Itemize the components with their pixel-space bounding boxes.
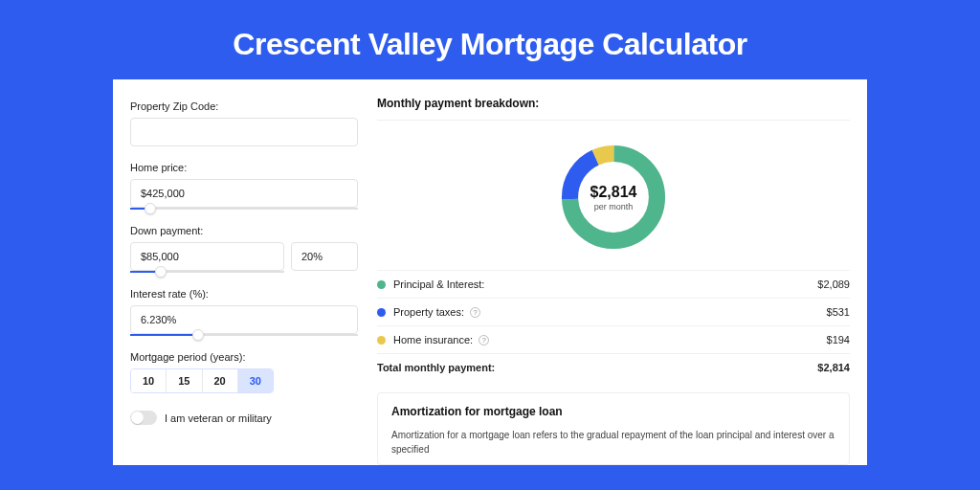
tax-label: Property taxes:	[393, 306, 464, 318]
dot-pi-icon	[377, 280, 386, 289]
input-column: Property Zip Code: Home price: Down paym…	[130, 97, 358, 465]
result-column: Monthly payment breakdown: $2,814 per mo…	[377, 97, 850, 465]
donut-sub: per month	[590, 202, 637, 212]
row-home-insurance: Home insurance: ? $194	[377, 325, 850, 353]
donut-chart-wrap: $2,814 per month	[377, 132, 850, 270]
help-icon[interactable]: ?	[479, 335, 489, 345]
dot-tax-icon	[377, 308, 386, 317]
home-price-input[interactable]	[130, 179, 358, 208]
donut-center: $2,814 per month	[590, 184, 637, 212]
down-payment-amount-input[interactable]	[130, 242, 284, 271]
row-principal-interest: Principal & Interest: $2,089	[377, 270, 850, 298]
veteran-toggle[interactable]	[130, 411, 157, 425]
down-payment-slider[interactable]	[130, 271, 284, 273]
home-price-label: Home price:	[130, 162, 358, 173]
row-total: Total monthly payment: $2,814	[377, 353, 850, 381]
interest-rate-slider[interactable]	[130, 334, 358, 336]
interest-rate-slider-fill	[130, 334, 198, 336]
total-value: $2,814	[817, 362, 850, 373]
veteran-toggle-knob	[131, 412, 144, 424]
pi-label: Principal & Interest:	[393, 278, 817, 290]
amort-body: Amortization for a mortgage loan refers …	[391, 428, 835, 457]
row-property-taxes: Property taxes: ? $531	[377, 298, 850, 325]
interest-rate-slider-thumb[interactable]	[192, 329, 204, 341]
home-price-slider-thumb[interactable]	[145, 203, 156, 214]
period-option-30[interactable]: 30	[237, 369, 273, 392]
veteran-toggle-label: I am veteran or military	[165, 412, 272, 424]
calculator-panel: Property Zip Code: Home price: Down paym…	[113, 79, 867, 465]
page-title: Crescent Valley Mortgage Calculator	[0, 0, 980, 79]
donut-chart: $2,814 per month	[556, 140, 671, 255]
ins-value: $194	[827, 334, 850, 345]
dot-ins-icon	[377, 336, 386, 345]
help-icon[interactable]: ?	[470, 307, 480, 318]
down-payment-label: Down payment:	[130, 225, 358, 236]
donut-amount: $2,814	[590, 184, 637, 201]
period-option-10[interactable]: 10	[131, 369, 166, 392]
zip-label: Property Zip Code:	[130, 100, 358, 112]
total-label: Total monthly payment:	[377, 362, 817, 373]
mortgage-period-group: 10 15 20 30	[130, 368, 274, 393]
down-payment-slider-thumb[interactable]	[155, 266, 167, 278]
down-payment-percent-input[interactable]	[291, 242, 358, 271]
zip-input[interactable]	[130, 118, 358, 146]
period-option-20[interactable]: 20	[202, 369, 237, 392]
breakdown-heading: Monthly payment breakdown:	[377, 97, 850, 121]
amort-heading: Amortization for mortgage loan	[391, 405, 835, 418]
interest-rate-label: Interest rate (%):	[130, 288, 358, 300]
tax-value: $531	[827, 306, 850, 318]
veteran-row: I am veteran or military	[130, 411, 358, 425]
interest-rate-input[interactable]	[130, 305, 358, 334]
home-price-slider[interactable]	[130, 208, 358, 210]
mortgage-period-label: Mortgage period (years):	[130, 351, 358, 363]
period-option-15[interactable]: 15	[166, 369, 201, 392]
amort-card: Amortization for mortgage loan Amortizat…	[377, 392, 850, 465]
ins-label: Home insurance:	[393, 334, 473, 345]
pi-value: $2,089	[817, 278, 850, 290]
